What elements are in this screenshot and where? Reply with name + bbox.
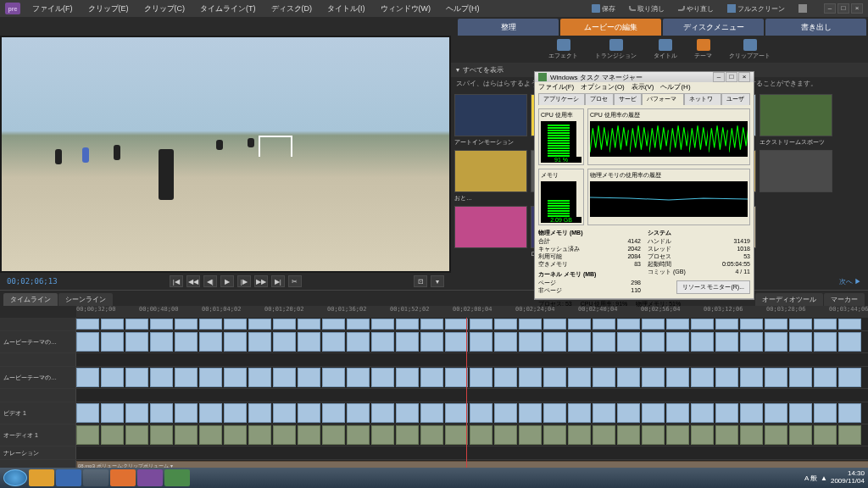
clip[interactable] xyxy=(445,319,468,330)
clip[interactable] xyxy=(691,425,714,445)
taskbar-item[interactable] xyxy=(29,469,54,486)
clip[interactable] xyxy=(494,425,517,445)
clip[interactable] xyxy=(445,403,468,423)
clip[interactable] xyxy=(642,319,665,330)
clip[interactable] xyxy=(838,425,861,445)
clip[interactable] xyxy=(543,368,566,387)
zoom-fit-button[interactable]: ⊡ xyxy=(414,275,427,287)
resource-monitor-button[interactable]: リソース モニター(R)... xyxy=(676,280,751,294)
clip[interactable] xyxy=(814,403,837,423)
clip[interactable] xyxy=(765,403,787,423)
clip[interactable] xyxy=(273,403,296,423)
clip[interactable] xyxy=(814,332,837,352)
track-content[interactable] xyxy=(76,402,868,424)
effect-item[interactable] xyxy=(760,150,832,202)
clip[interactable] xyxy=(273,332,296,352)
clip[interactable] xyxy=(322,425,345,445)
clip[interactable] xyxy=(175,332,198,352)
menu-file[interactable]: ファイル(F) xyxy=(29,2,76,16)
split-button[interactable]: ✂ xyxy=(288,275,302,287)
clip[interactable] xyxy=(666,319,689,330)
clip[interactable] xyxy=(765,332,787,352)
clip[interactable] xyxy=(470,368,492,387)
tab-organize[interactable]: 整理 xyxy=(458,19,559,36)
clip[interactable] xyxy=(765,368,787,387)
menu-clip[interactable]: クリップ(C) xyxy=(141,2,189,16)
clip[interactable] xyxy=(224,332,247,352)
undo-button[interactable]: 取り消し xyxy=(626,3,668,15)
tab-markers[interactable]: マーカー xyxy=(824,293,865,306)
clip[interactable] xyxy=(838,368,861,387)
clip[interactable] xyxy=(568,425,591,445)
clip[interactable] xyxy=(420,425,443,445)
taskbar-clock[interactable]: 14:30 2009/11/04 xyxy=(831,470,865,485)
clip[interactable] xyxy=(125,368,148,387)
clip[interactable] xyxy=(101,332,124,352)
clip[interactable] xyxy=(273,319,296,330)
tm-menu-view[interactable]: 表示(V) xyxy=(632,82,654,92)
clip[interactable] xyxy=(125,425,148,445)
next-frame-button[interactable]: |▶ xyxy=(237,275,251,287)
rewind-button[interactable]: |◀ xyxy=(170,275,183,287)
clip[interactable] xyxy=(199,403,222,423)
menu-disc[interactable]: ディスク(D) xyxy=(268,2,316,16)
effect-item[interactable]: アートインモーション xyxy=(454,94,527,147)
clip[interactable] xyxy=(691,368,714,387)
clip[interactable] xyxy=(715,319,738,330)
clip[interactable] xyxy=(814,319,837,330)
clip[interactable] xyxy=(666,403,689,423)
taskbar-item[interactable] xyxy=(110,469,136,486)
clip[interactable] xyxy=(150,425,173,445)
close-button[interactable]: × xyxy=(851,3,863,14)
clip[interactable] xyxy=(175,319,198,330)
minimize-button[interactable]: – xyxy=(824,3,836,14)
track-content[interactable] xyxy=(76,367,868,388)
tool-effects[interactable]: エフェクト xyxy=(548,39,578,60)
effect-item[interactable] xyxy=(454,206,527,258)
fullscreen-button[interactable]: フルスクリーン xyxy=(724,3,788,15)
clip[interactable] xyxy=(740,319,763,330)
tm-menu-help[interactable]: ヘルプ(H) xyxy=(660,82,690,92)
clip[interactable] xyxy=(371,332,394,352)
clip[interactable] xyxy=(224,425,247,445)
clip[interactable] xyxy=(125,319,148,330)
clip[interactable] xyxy=(101,403,124,423)
taskman-maximize[interactable]: □ xyxy=(726,72,737,82)
clip[interactable] xyxy=(150,403,173,423)
clip[interactable] xyxy=(396,368,419,387)
track-content[interactable]: 08.mp3 ボリューム:クリップボリューム ▾ xyxy=(76,460,868,468)
clip[interactable] xyxy=(175,368,198,387)
clip[interactable] xyxy=(789,368,812,387)
clip[interactable] xyxy=(519,368,542,387)
clip[interactable] xyxy=(199,332,222,352)
clip[interactable] xyxy=(494,332,517,352)
tm-tab-network[interactable]: ネットワーク xyxy=(684,93,721,105)
menu-window[interactable]: ウィンドウ(W) xyxy=(377,2,435,16)
home-button[interactable] xyxy=(795,3,810,14)
menu-title[interactable]: タイトル(I) xyxy=(324,2,369,16)
clip[interactable] xyxy=(494,403,517,423)
clip[interactable] xyxy=(248,319,271,330)
clip[interactable] xyxy=(347,403,370,423)
taskman-titlebar[interactable]: Windows タスク マネージャー – □ × xyxy=(535,72,754,82)
clip[interactable] xyxy=(150,319,173,330)
clip[interactable] xyxy=(298,332,320,352)
tm-menu-options[interactable]: オプション(O) xyxy=(581,82,625,92)
clip[interactable] xyxy=(371,319,394,330)
tool-transitions[interactable]: トランジション xyxy=(595,39,637,60)
start-button[interactable] xyxy=(3,469,27,486)
timecode[interactable]: 00;02;06;13 xyxy=(7,277,58,286)
clip[interactable] xyxy=(101,368,124,387)
clip[interactable] xyxy=(224,403,247,423)
clip[interactable] xyxy=(543,425,566,445)
tm-tab-processes[interactable]: プロセス xyxy=(585,93,614,105)
tm-tab-apps[interactable]: アプリケーション xyxy=(538,93,585,105)
taskbar-item[interactable] xyxy=(83,469,108,486)
step-fwd-button[interactable]: ▶▶ xyxy=(254,275,268,287)
clip[interactable] xyxy=(666,425,689,445)
clip[interactable] xyxy=(838,319,861,330)
clip[interactable] xyxy=(814,425,837,445)
clip[interactable] xyxy=(593,425,615,445)
clip[interactable] xyxy=(76,403,99,423)
clip[interactable] xyxy=(371,368,394,387)
